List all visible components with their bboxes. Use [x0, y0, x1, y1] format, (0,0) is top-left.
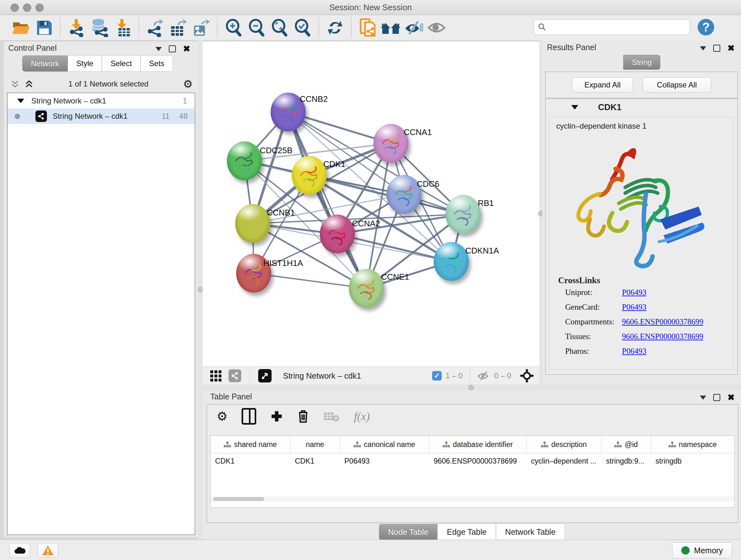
table-cell[interactable]: CDK1	[290, 453, 340, 469]
help-button[interactable]: ?	[697, 19, 714, 36]
tab-sets[interactable]: Sets	[140, 56, 173, 71]
open-session-button[interactable]	[10, 17, 32, 38]
network-node-cdkn1a[interactable]	[434, 242, 469, 281]
network-canvas[interactable]: CCNB2CCNA1CDC25BCDK1CDC6RB1CCNB1CCNA2CDK…	[203, 42, 539, 367]
divider-control-network[interactable]	[198, 40, 203, 540]
entry-body: cyclin–dependent kinase 1	[549, 117, 733, 370]
memory-button[interactable]: Memory	[672, 543, 732, 558]
first-neighbors-button[interactable]	[379, 17, 402, 38]
show-all-button[interactable]	[425, 17, 448, 38]
network-options-gear-icon[interactable]: ⚙	[183, 78, 193, 90]
network-row[interactable]: String Network – cdk1 11 48	[8, 109, 195, 124]
table-row[interactable]: CDK1CDK1P064939606.ENSP00000378699cyclin…	[211, 453, 734, 469]
collapse-all-icon[interactable]	[10, 79, 20, 89]
results-panel-maximize-button[interactable]	[713, 45, 720, 52]
cytoscape-window: { "window": { "title": "Session: New Ses…	[0, 0, 741, 560]
refresh-layout-button[interactable]	[324, 17, 347, 38]
divider-network-results[interactable]	[539, 40, 542, 384]
network-collection-row[interactable]: String Network – cdk1 1	[8, 93, 195, 109]
hide-selected-button[interactable]	[402, 17, 425, 38]
network-node-cdc25b[interactable]	[227, 141, 262, 180]
pan-target-icon[interactable]	[520, 368, 534, 383]
crosslink-link[interactable]: 9606.ENSP00000378699	[622, 332, 703, 341]
network-node-rb1[interactable]	[446, 195, 481, 234]
tab-style[interactable]: Style	[68, 56, 102, 71]
scrollbar-thumb[interactable]	[213, 497, 264, 501]
crosslink-link[interactable]: P06493	[622, 347, 646, 356]
table-cell[interactable]: P06493	[340, 453, 429, 469]
column-header-name[interactable]: name	[290, 436, 340, 453]
collection-count: 1	[183, 97, 187, 105]
column-header-canonical-name[interactable]: canonical name	[340, 436, 429, 453]
table-cell[interactable]: stringdb	[651, 453, 734, 469]
column-manager-icon[interactable]	[242, 408, 256, 425]
column-header-database-identifier[interactable]: database identifier	[429, 436, 527, 453]
network-node-ccne1[interactable]	[349, 269, 384, 308]
divider-grip[interactable]	[468, 385, 474, 390]
cloud-services-button[interactable]	[10, 543, 30, 558]
crosslink-link[interactable]: P06493	[622, 303, 646, 312]
crosslink-link[interactable]: P06493	[622, 288, 646, 297]
results-panel-close-button[interactable]: ✖	[727, 45, 735, 51]
column-header-shared-name[interactable]: shared name	[211, 436, 290, 453]
expand-all-button[interactable]: Expand All	[572, 77, 633, 92]
network-node-cdk1[interactable]	[292, 156, 327, 195]
table-hscrollbar[interactable]	[211, 496, 734, 502]
tab-select[interactable]: Select	[102, 56, 140, 71]
network-node-ccnb1[interactable]	[235, 204, 270, 243]
tree-expander-icon[interactable]	[17, 99, 24, 103]
clone-network-button[interactable]	[356, 17, 379, 38]
table-cell[interactable]: stringdb:9...	[602, 453, 651, 469]
collapse-all-button[interactable]: Collapse All	[643, 77, 711, 92]
table-panel-close-button[interactable]: ✖	[727, 395, 735, 400]
node-label-ccne1: CCNE1	[381, 272, 409, 282]
import-network-file-button[interactable]	[65, 17, 88, 38]
export-image-button[interactable]	[190, 17, 212, 38]
table-cell[interactable]: CDK1	[211, 453, 290, 469]
table-cell[interactable]: cyclin–dependent ...	[527, 453, 602, 469]
zoom-in-button[interactable]	[222, 17, 245, 38]
import-table-file-button[interactable]	[111, 17, 134, 38]
export-table-button[interactable]	[166, 17, 190, 38]
divider-network-table[interactable]	[203, 384, 741, 390]
selected-checkbox-icon[interactable]: ✓	[432, 371, 442, 381]
network-node-ccna2[interactable]	[320, 214, 355, 253]
network-node-cdc6[interactable]	[387, 175, 421, 214]
delete-column-icon[interactable]	[297, 409, 309, 423]
memory-status-dot	[681, 546, 690, 555]
search-input[interactable]	[547, 22, 686, 32]
column-header--id[interactable]: @id	[602, 436, 651, 453]
zoom-out-button[interactable]	[245, 17, 268, 38]
warnings-button[interactable]	[38, 543, 58, 558]
save-session-button[interactable]	[32, 17, 56, 38]
column-header-namespace[interactable]: namespace	[651, 436, 734, 453]
tab-node-table[interactable]: Node Table	[379, 523, 437, 540]
control-panel-float-button[interactable]	[155, 47, 162, 51]
expand-all-icon[interactable]	[24, 79, 34, 89]
entry-expander-icon[interactable]	[571, 105, 578, 110]
network-node-ccna1[interactable]	[374, 124, 408, 163]
table-cell[interactable]: 9606.ENSP00000378699	[429, 453, 527, 469]
results-panel-float-button[interactable]	[700, 46, 706, 51]
table-panel-maximize-button[interactable]	[713, 394, 720, 401]
export-network-button[interactable]	[144, 17, 166, 38]
entry-header[interactable]: CDK1	[546, 99, 737, 116]
network-type-badge-icon[interactable]	[228, 369, 241, 382]
zoom-fit-button[interactable]	[268, 17, 291, 38]
control-panel-close-button[interactable]: ✖	[183, 46, 190, 52]
table-options-gear-icon[interactable]: ⚙	[217, 409, 227, 423]
control-panel-maximize-button[interactable]	[169, 45, 176, 52]
birdseye-view-icon[interactable]	[258, 369, 272, 382]
tab-edge-table[interactable]: Edge Table	[437, 523, 496, 540]
crosslink-link[interactable]: 9606.ENSP00000378699	[622, 317, 703, 326]
hidden-eye-slash-icon[interactable]	[477, 371, 490, 381]
tab-string[interactable]: String	[623, 55, 661, 70]
table-panel-float-button[interactable]	[700, 395, 706, 400]
grid-view-icon[interactable]	[210, 370, 221, 381]
add-column-icon[interactable]	[270, 410, 283, 423]
tab-network[interactable]: Network	[22, 56, 68, 71]
column-header-description[interactable]: description	[527, 436, 602, 453]
zoom-selected-button[interactable]	[291, 17, 314, 38]
tab-network-table[interactable]: Network Table	[496, 523, 565, 540]
import-network-database-button[interactable]	[88, 17, 111, 38]
